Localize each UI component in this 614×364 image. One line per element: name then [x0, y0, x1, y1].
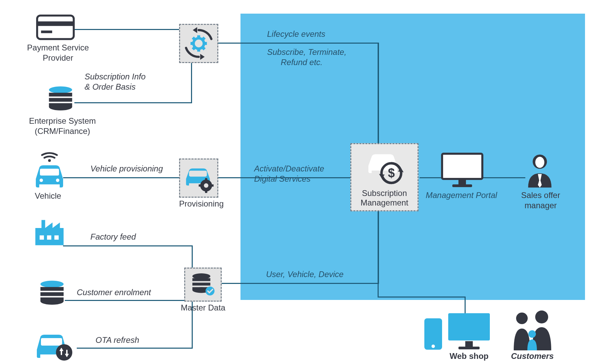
svg-rect-20: [192, 283, 210, 285]
svg-rect-45: [41, 292, 64, 296]
svg-rect-30: [41, 31, 52, 33]
svg-point-2: [193, 38, 204, 49]
edge-sub-info-l2: & Order Basis: [85, 82, 135, 91]
label-mgmt-portal: Management Portal: [426, 190, 497, 200]
edge-veh-prov: Vehicle provisioning: [90, 164, 163, 174]
svg-rect-40: [40, 236, 44, 240]
connector: [218, 43, 379, 44]
label-enterprise: Enterprise System (CRM/Finance): [23, 116, 102, 136]
connector: [74, 102, 192, 103]
svg-rect-14: [205, 178, 207, 181]
label-sub-mgmt-l2: Management: [351, 198, 418, 208]
edge-sub-l1: Subscribe, Terminate,: [267, 47, 347, 57]
svg-point-47: [41, 298, 64, 305]
connector: [65, 300, 193, 301]
diagram-canvas: Provisioning Master Data $ Subscription …: [0, 0, 614, 364]
svg-point-63: [535, 310, 548, 323]
connector: [73, 29, 179, 30]
svg-rect-33: [49, 98, 72, 102]
connector: [63, 245, 193, 246]
svg-rect-29: [37, 21, 74, 26]
svg-point-38: [40, 179, 43, 182]
label-ent-l2: (CRM/Finance): [35, 126, 90, 136]
label-sales-l1: Sales offer: [521, 191, 560, 200]
svg-rect-28: [37, 16, 74, 39]
monitor-icon-2: [447, 312, 491, 351]
label-vehicle: Vehicle: [35, 191, 61, 201]
svg-rect-5: [191, 42, 194, 45]
label-ent-l1: Enterprise System: [29, 116, 96, 125]
database-check-icon: [185, 269, 221, 301]
svg-point-58: [432, 345, 435, 348]
label-sales-l2: manager: [525, 201, 557, 210]
svg-point-56: [535, 157, 544, 168]
label-psp: Payment Service Provider: [24, 43, 92, 63]
connector: [222, 283, 379, 284]
svg-point-49: [56, 344, 72, 361]
svg-point-35: [49, 104, 72, 110]
edge-sub-l2: Refund etc.: [267, 57, 323, 67]
svg-text:$: $: [388, 166, 395, 180]
svg-point-39: [56, 179, 59, 182]
label-provisioning: Provisioning: [179, 199, 224, 209]
edge-ota: OTA refresh: [96, 335, 139, 345]
svg-rect-61: [458, 347, 480, 349]
svg-rect-52: [442, 154, 482, 179]
svg-marker-0: [193, 27, 197, 33]
svg-rect-19: [192, 278, 210, 281]
edge-sub-info: Subscription Info & Order Basis: [85, 72, 146, 92]
svg-rect-59: [448, 313, 490, 340]
database-icon: [46, 85, 75, 114]
svg-rect-3: [197, 35, 200, 39]
car-sync-icon: [34, 327, 75, 361]
sync-gear-icon: [180, 25, 217, 62]
edge-activate: Activate/Deactivate Digital Services: [254, 164, 324, 184]
database-icon-2: [38, 279, 67, 308]
people-icon: [508, 310, 556, 351]
svg-rect-16: [199, 184, 202, 187]
car-dollar-icon: $: [357, 147, 412, 188]
box-provisioning: [179, 158, 218, 198]
svg-rect-37: [40, 169, 59, 176]
connector: [378, 297, 465, 298]
svg-rect-54: [452, 184, 472, 187]
edge-subscribe: Subscribe, Terminate, Refund etc.: [267, 47, 347, 67]
connector: [191, 61, 192, 103]
svg-rect-32: [49, 93, 72, 96]
phone-icon: [423, 317, 443, 351]
svg-rect-41: [47, 236, 52, 240]
svg-rect-17: [210, 184, 214, 187]
edge-factory: Factory feed: [90, 232, 136, 242]
svg-point-31: [49, 86, 72, 93]
svg-rect-44: [41, 287, 64, 291]
svg-rect-60: [465, 341, 473, 347]
connector: [378, 43, 379, 143]
factory-icon: [34, 218, 65, 247]
label-webshop: Web shop: [450, 351, 488, 361]
edge-sub-info-l1: Subscription Info: [85, 72, 146, 81]
connector: [192, 245, 193, 269]
box-master-data: [184, 268, 222, 302]
edge-lifecycle: Lifecycle events: [267, 29, 325, 39]
edge-act-l1: Activate/Deactivate: [254, 164, 324, 173]
svg-rect-11: [189, 171, 207, 177]
box-gear: [179, 24, 218, 63]
connector: [77, 348, 193, 349]
label-customers: Customers: [511, 351, 554, 361]
label-master-data: Master Data: [181, 303, 225, 313]
box-subscription-mgmt: $ Subscription Management: [350, 143, 419, 211]
svg-point-64: [528, 330, 536, 338]
car-gear-icon: [180, 160, 217, 197]
svg-rect-42: [54, 236, 59, 240]
credit-card-icon: [36, 14, 75, 41]
label-sub-mgmt-l1: Subscription: [351, 188, 418, 198]
edge-cust-enrol: Customer enrolment: [77, 287, 151, 298]
svg-rect-53: [458, 180, 466, 184]
svg-rect-4: [197, 48, 200, 52]
label-sales-mgr: Sales offer manager: [517, 190, 565, 211]
svg-point-36: [48, 159, 51, 162]
connector: [378, 211, 379, 297]
svg-marker-1: [200, 54, 205, 60]
svg-point-23: [206, 287, 215, 295]
svg-point-62: [516, 313, 528, 324]
